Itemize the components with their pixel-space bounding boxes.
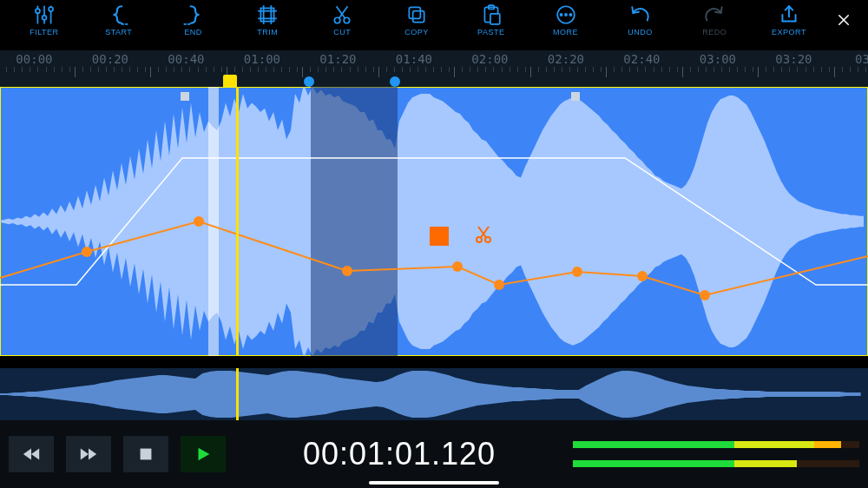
automation-point[interactable]: [452, 261, 463, 272]
ruler-marker[interactable]: [390, 76, 400, 87]
svg-point-25: [569, 14, 571, 16]
automation-point[interactable]: [194, 216, 204, 227]
toolbar: FILTER START END TRIM CUT COPY PASTE: [0, 0, 868, 50]
automation-point[interactable]: [342, 266, 352, 276]
svg-point-1: [36, 9, 40, 13]
envelope-handle[interactable]: [571, 92, 580, 101]
rewind-icon: [22, 445, 41, 464]
meter-segment: [743, 441, 752, 448]
ruler-tick: 01:40: [378, 50, 450, 76]
end-button[interactable]: END: [156, 3, 231, 36]
automation-point[interactable]: [572, 267, 582, 277]
meter-segment: [662, 460, 671, 467]
time-ruler[interactable]: 00:0000:2000:4001:0001:2001:4002:0002:20…: [0, 50, 868, 87]
transport-bar: 00:01:01.120: [0, 420, 868, 488]
meter-segment: [725, 441, 733, 448]
selection-region[interactable]: [311, 87, 398, 356]
inline-actions: [430, 224, 494, 248]
meter-segment: [645, 460, 654, 467]
meter-segment: [832, 460, 841, 467]
meter-segment: [671, 441, 680, 448]
paste-icon: [480, 3, 503, 26]
forward-button[interactable]: [66, 436, 111, 472]
ruler-label: 01:20: [319, 50, 356, 67]
overview-waveform[interactable]: [0, 368, 868, 420]
svg-marker-37: [199, 448, 210, 461]
svg-point-14: [344, 17, 350, 23]
meter-segment: [662, 441, 671, 448]
ruler-label: 03:20: [775, 50, 812, 67]
more-button[interactable]: MORE: [529, 3, 603, 36]
redo-button[interactable]: REDO: [677, 3, 752, 36]
meter-segment: [618, 460, 627, 467]
svg-marker-35: [89, 449, 96, 460]
overview-playhead[interactable]: [236, 368, 239, 420]
automation-point[interactable]: [700, 290, 710, 300]
meter-segment: [654, 460, 662, 467]
meter-segment: [654, 441, 662, 448]
meter-segment: [841, 460, 850, 467]
meter-segment: [618, 441, 627, 448]
paste-button[interactable]: PASTE: [454, 3, 529, 36]
ruler-tick: 03:4: [834, 50, 869, 76]
trim-button[interactable]: TRIM: [230, 3, 305, 36]
tool-label: PASTE: [477, 28, 504, 36]
meter-segment: [689, 441, 698, 448]
home-indicator: [369, 481, 499, 485]
automation-point[interactable]: [637, 271, 648, 281]
svg-marker-34: [81, 449, 89, 460]
ruler-tick: 00:40: [150, 50, 222, 76]
copy-button[interactable]: COPY: [379, 3, 454, 36]
meter-segment: [841, 441, 850, 448]
svg-marker-33: [31, 449, 39, 460]
level-meters: [573, 441, 859, 467]
export-icon: [778, 3, 800, 26]
automation-point[interactable]: [494, 280, 504, 290]
ruler-tick: 00:00: [0, 50, 70, 76]
meter-segment: [788, 441, 797, 448]
ruler-tick: 01:20: [302, 50, 374, 76]
meter-segment: [734, 441, 743, 448]
stop-button[interactable]: [123, 436, 168, 472]
playhead[interactable]: [236, 87, 239, 356]
meter-right: [573, 460, 859, 467]
cut-marker-icon[interactable]: [473, 224, 494, 248]
ruler-label: 02:00: [471, 50, 508, 67]
ruler-marker[interactable]: [304, 76, 314, 87]
meter-segment: [770, 441, 779, 448]
automation-point[interactable]: [82, 247, 92, 257]
tool-label: COPY: [404, 28, 429, 36]
cut-button[interactable]: CUT: [305, 3, 379, 36]
ruler-label: 01:00: [244, 50, 280, 67]
svg-point-28: [477, 237, 482, 242]
export-button[interactable]: EXPORT: [752, 3, 826, 36]
main-waveform[interactable]: [0, 87, 868, 356]
start-button[interactable]: START: [82, 3, 156, 36]
meter-segment: [627, 460, 635, 467]
rewind-button[interactable]: [9, 436, 54, 472]
undo-button[interactable]: UNDO: [603, 3, 678, 36]
ruler-label: 01:40: [396, 50, 432, 67]
play-button[interactable]: [181, 436, 226, 472]
svg-rect-18: [409, 7, 420, 18]
separator: [0, 356, 868, 368]
ruler-tick: 03:00: [682, 50, 754, 76]
meter-segment: [600, 460, 608, 467]
close-icon: [836, 12, 852, 28]
ruler-label: 02:20: [548, 50, 584, 67]
svg-rect-8: [261, 8, 274, 21]
filter-icon: [33, 3, 56, 26]
envelope-handle[interactable]: [181, 92, 189, 101]
tool-label: REDO: [702, 28, 727, 36]
svg-rect-36: [141, 449, 152, 460]
filter-button[interactable]: FILTER: [7, 3, 82, 36]
meter-segment: [761, 441, 770, 448]
close-button[interactable]: [826, 3, 861, 28]
ruler-label: 03:4: [855, 50, 868, 67]
meter-segment: [707, 460, 716, 467]
meter-segment: [761, 460, 770, 467]
play-icon: [194, 445, 213, 464]
brace-open-icon: [108, 3, 130, 26]
stop-marker-icon[interactable]: [430, 227, 449, 246]
meter-segment: [779, 460, 787, 467]
